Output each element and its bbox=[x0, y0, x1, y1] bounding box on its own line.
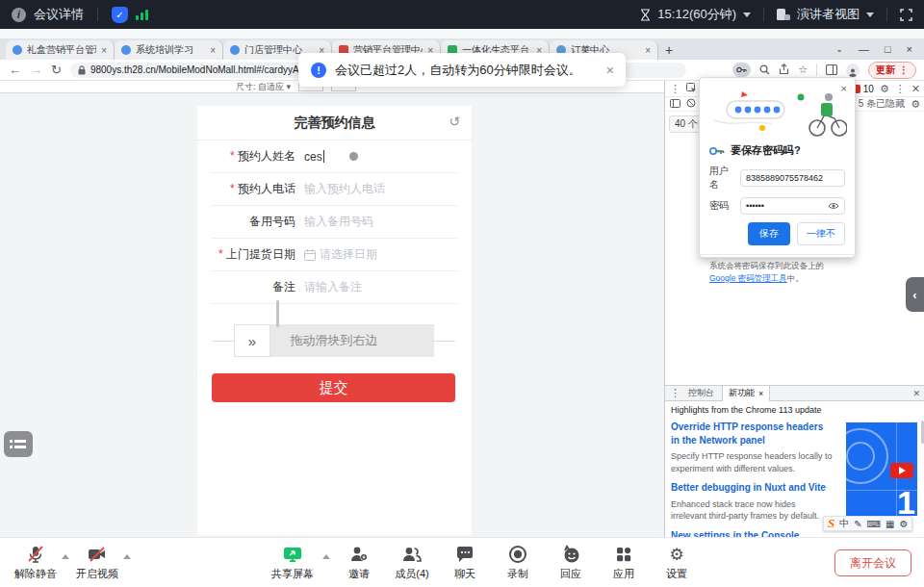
settings-button[interactable]: ⚙ 设置 bbox=[651, 538, 703, 587]
date-picker[interactable]: 请选择日期 bbox=[320, 246, 377, 263]
save-password-dialog: × 要保存密码 bbox=[699, 77, 856, 258]
meeting-notification: ! 会议已超过2人，自动转为60分钟限时会议。 × bbox=[298, 53, 626, 87]
phone-input[interactable]: 输入预约人电话 bbox=[304, 181, 385, 197]
devtools-menu-icon[interactable]: ⋮ bbox=[670, 84, 680, 94]
window-close-button[interactable]: × bbox=[907, 43, 912, 55]
zoom-icon[interactable] bbox=[759, 62, 770, 79]
devtools-more-icon[interactable]: ⋮ bbox=[895, 84, 906, 94]
ime-settings-icon[interactable]: ⚙ bbox=[900, 519, 909, 529]
ime-chinese-mode-icon[interactable]: 中 bbox=[839, 517, 849, 530]
network-signal-icon[interactable] bbox=[136, 9, 148, 20]
divider bbox=[763, 8, 764, 21]
tab-close-icon[interactable]: × bbox=[101, 45, 107, 56]
whats-new-link[interactable]: Better debugging in Nuxt and Vite bbox=[671, 481, 833, 495]
forward-button[interactable]: → bbox=[30, 63, 42, 77]
devtools-close-icon[interactable]: ✕ bbox=[911, 84, 920, 94]
bookmark-star-icon[interactable]: ☆ bbox=[798, 64, 808, 76]
console-sidebar-icon[interactable] bbox=[670, 99, 680, 110]
chat-button[interactable]: 聊天 bbox=[439, 538, 491, 587]
device-size-select[interactable]: 自适应 bbox=[258, 82, 284, 91]
filter-settings-icon[interactable]: ⚙ bbox=[911, 99, 920, 110]
video-thumbnail[interactable]: 1 bbox=[846, 422, 917, 516]
password-manager-link[interactable]: Google 密码管理工具 bbox=[709, 273, 787, 283]
notes-input[interactable]: 请输入备注 bbox=[304, 279, 362, 295]
meeting-agenda-button[interactable] bbox=[4, 431, 33, 457]
share-icon[interactable] bbox=[779, 62, 789, 79]
name-input[interactable]: ces bbox=[304, 150, 322, 164]
profile-avatar[interactable] bbox=[846, 64, 860, 77]
browser-tab[interactable]: 礼盒营销平台管理中心 × bbox=[6, 40, 115, 60]
share-options-chevron[interactable] bbox=[322, 554, 330, 559]
meeting-info-icon[interactable]: i bbox=[12, 8, 26, 22]
tab-whats-new[interactable]: 新功能 × bbox=[722, 386, 770, 401]
drawer-close-icon[interactable]: ✕ bbox=[912, 389, 920, 398]
page-scrollbar-thumb[interactable] bbox=[276, 300, 279, 327]
submit-button[interactable]: 提交 bbox=[212, 373, 455, 402]
slider-handle[interactable]: » bbox=[234, 324, 270, 357]
whats-new-desc: Enhanced stack trace now hides irrelevan… bbox=[671, 498, 833, 523]
timer-dropdown-icon[interactable] bbox=[743, 13, 751, 17]
view-mode-dropdown-icon[interactable] bbox=[866, 13, 874, 17]
members-button[interactable]: 成员(4) bbox=[386, 538, 438, 587]
unmute-button[interactable]: 解除静音 bbox=[10, 538, 62, 587]
form-title: 完善预约信息 bbox=[295, 115, 375, 132]
new-tab-button[interactable]: + bbox=[658, 40, 680, 60]
username-input[interactable]: 8385889075578462 bbox=[740, 169, 845, 187]
tab-close-icon[interactable]: × bbox=[645, 45, 651, 56]
invite-person-icon bbox=[349, 545, 369, 564]
ime-toolbox-icon[interactable]: ▦ bbox=[886, 519, 894, 529]
video-panel-expand-icon[interactable]: ‹ bbox=[906, 277, 924, 312]
sogou-logo-icon[interactable]: S bbox=[828, 516, 834, 531]
hourglass-icon bbox=[640, 9, 651, 21]
form-row-date[interactable]: 上门提货日期 请选择日期 bbox=[211, 239, 458, 271]
undo-icon[interactable]: ↺ bbox=[449, 114, 460, 129]
play-button-icon[interactable] bbox=[890, 463, 913, 478]
window-maximize-button[interactable]: □ bbox=[885, 43, 891, 55]
record-icon bbox=[508, 545, 527, 564]
never-save-button[interactable]: 一律不 bbox=[797, 222, 845, 245]
form-row-notes[interactable]: 备注 请输入备注 bbox=[211, 271, 458, 304]
inspect-element-icon[interactable] bbox=[686, 83, 697, 95]
devtools-settings-icon[interactable]: ⚙ bbox=[880, 84, 889, 94]
record-button[interactable]: 录制 bbox=[492, 538, 544, 587]
video-options-chevron[interactable] bbox=[123, 554, 131, 559]
form-row-backup[interactable]: 备用号码 输入备用号码 bbox=[211, 206, 458, 239]
tab-console[interactable]: 控制台 bbox=[688, 387, 714, 399]
reactions-button[interactable]: 回应 bbox=[545, 538, 597, 587]
whats-new-link[interactable]: Override HTTP response headers in the Ne… bbox=[671, 421, 833, 447]
view-mode-label[interactable]: 演讲者视图 bbox=[797, 6, 860, 23]
apps-button[interactable]: 应用 bbox=[598, 538, 650, 587]
refresh-button[interactable]: ↻ bbox=[51, 63, 62, 77]
start-video-button[interactable]: 开启视频 bbox=[71, 538, 123, 587]
window-minimize-button[interactable]: — bbox=[859, 43, 869, 55]
leave-meeting-button[interactable]: 离开会议 bbox=[834, 549, 911, 576]
form-row-name[interactable]: 预约人姓名 ces bbox=[211, 140, 458, 173]
mic-options-chevron[interactable] bbox=[62, 554, 69, 559]
tab-favicon bbox=[121, 45, 131, 55]
drawer-menu-icon[interactable]: ⋮ bbox=[670, 388, 680, 398]
side-panel-icon[interactable] bbox=[826, 62, 837, 79]
password-input[interactable]: •••••• bbox=[740, 197, 845, 215]
tab-close-icon[interactable]: × bbox=[758, 389, 763, 398]
tab-close-icon[interactable]: × bbox=[210, 45, 216, 56]
security-shield-icon[interactable]: ✓ bbox=[112, 7, 128, 23]
save-password-button[interactable]: 保存 bbox=[748, 222, 790, 245]
share-screen-button[interactable]: 共享屏幕 bbox=[264, 538, 321, 587]
invite-button[interactable]: 邀请 bbox=[333, 538, 385, 587]
backup-number-input[interactable]: 输入备用号码 bbox=[304, 214, 373, 230]
meeting-title[interactable]: 会议详情 bbox=[34, 6, 84, 23]
tab-search-icon[interactable]: ⌄ bbox=[835, 44, 843, 54]
show-password-eye-icon[interactable] bbox=[828, 202, 839, 210]
device-size-label: 尺寸: bbox=[236, 82, 256, 91]
whats-new-tab-label: 新功能 bbox=[729, 387, 755, 399]
ime-pen-icon[interactable]: ✎ bbox=[854, 519, 861, 529]
password-key-icon[interactable] bbox=[732, 63, 751, 77]
form-row-phone[interactable]: 预约人电话 输入预约人电话 bbox=[211, 173, 458, 206]
clear-console-icon[interactable] bbox=[686, 98, 696, 110]
notification-close-icon[interactable]: × bbox=[606, 63, 614, 78]
browser-tab[interactable]: 系统培训学习 × bbox=[115, 40, 223, 60]
back-button[interactable]: ← bbox=[9, 63, 21, 77]
ime-keyboard-icon[interactable]: ⌨ bbox=[867, 519, 881, 529]
chrome-update-button[interactable]: 更新 ⋮ bbox=[868, 62, 916, 79]
fullscreen-icon[interactable] bbox=[900, 9, 912, 21]
